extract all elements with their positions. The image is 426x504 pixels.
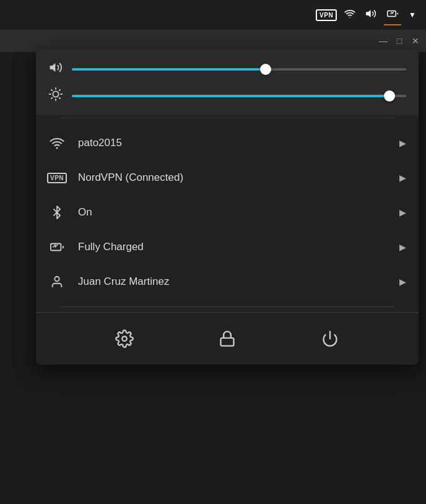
minimize-button[interactable]: — [379, 37, 388, 45]
svg-line-13 [59, 90, 60, 90]
battery-menu-item[interactable]: Fully Charged ▶ [36, 230, 419, 264]
bottom-divider [61, 306, 394, 307]
menu-items: pato2015 ▶ VPN NordVPN (Connected) ▶ On … [36, 121, 419, 304]
wifi-menu-label: pato2015 [78, 137, 387, 149]
bluetooth-menu-icon [48, 204, 66, 221]
user-menu-item[interactable]: Juan Cruz Martinez ▶ [36, 264, 419, 299]
bottom-actions [36, 312, 419, 365]
dropdown-arrow-icon[interactable]: ▼ [406, 8, 419, 22]
battery-icon[interactable] [384, 6, 401, 24]
svg-line-12 [51, 98, 52, 98]
brightness-slider-track[interactable] [72, 95, 406, 97]
svg-rect-2 [388, 11, 396, 17]
brightness-slider-fill [72, 95, 389, 97]
svg-point-20 [54, 277, 59, 281]
svg-marker-1 [367, 11, 371, 17]
volume-slider-thumb[interactable] [260, 64, 271, 75]
volume-slider-row [48, 61, 406, 77]
close-button[interactable]: ✕ [411, 37, 420, 45]
top-divider [61, 118, 394, 118]
battery-menu-label: Fully Charged [78, 241, 387, 253]
vpn-menu-arrow: ▶ [399, 173, 406, 183]
brightness-slider-icon [48, 87, 63, 104]
volume-slider-icon [48, 61, 63, 77]
vpn-menu-item[interactable]: VPN NordVPN (Connected) ▶ [36, 160, 419, 195]
vpn-icon[interactable]: VPN [316, 9, 337, 21]
wifi-menu-item[interactable]: pato2015 ▶ [36, 126, 419, 160]
vpn-menu-label: NordVPN (Connected) [78, 172, 387, 184]
svg-point-5 [53, 91, 58, 97]
settings-button[interactable] [111, 325, 138, 352]
wifi-menu-icon [48, 134, 66, 152]
maximize-button[interactable]: □ [395, 37, 404, 45]
volume-icon[interactable] [363, 6, 379, 24]
sliders-section [36, 50, 419, 115]
brightness-slider-thumb[interactable] [384, 90, 395, 102]
brightness-slider-row [48, 87, 406, 104]
battery-menu-icon [48, 238, 66, 256]
volume-slider-fill [72, 68, 266, 71]
svg-line-8 [51, 90, 52, 90]
vpn-menu-icon: VPN [48, 169, 66, 186]
lock-button[interactable] [214, 325, 241, 352]
user-menu-icon [48, 273, 66, 290]
bluetooth-menu-label: On [78, 206, 387, 219]
top-bar: VPN ▼ [0, 0, 426, 30]
system-popup: pato2015 ▶ VPN NordVPN (Connected) ▶ On … [36, 50, 419, 365]
user-menu-arrow: ▶ [399, 277, 406, 287]
bluetooth-menu-item[interactable]: On ▶ [36, 195, 419, 230]
svg-marker-4 [50, 64, 55, 72]
volume-slider-track[interactable] [72, 68, 406, 71]
battery-menu-arrow: ▶ [399, 242, 406, 252]
wifi-icon[interactable] [342, 6, 358, 24]
svg-rect-22 [221, 338, 234, 346]
svg-point-21 [122, 336, 127, 341]
wifi-menu-arrow: ▶ [399, 138, 406, 148]
bluetooth-menu-arrow: ▶ [399, 207, 406, 217]
user-menu-label: Juan Cruz Martinez [78, 276, 387, 288]
svg-line-9 [59, 98, 60, 98]
power-button[interactable] [316, 325, 344, 352]
window-bar: — □ ✕ [0, 30, 426, 52]
